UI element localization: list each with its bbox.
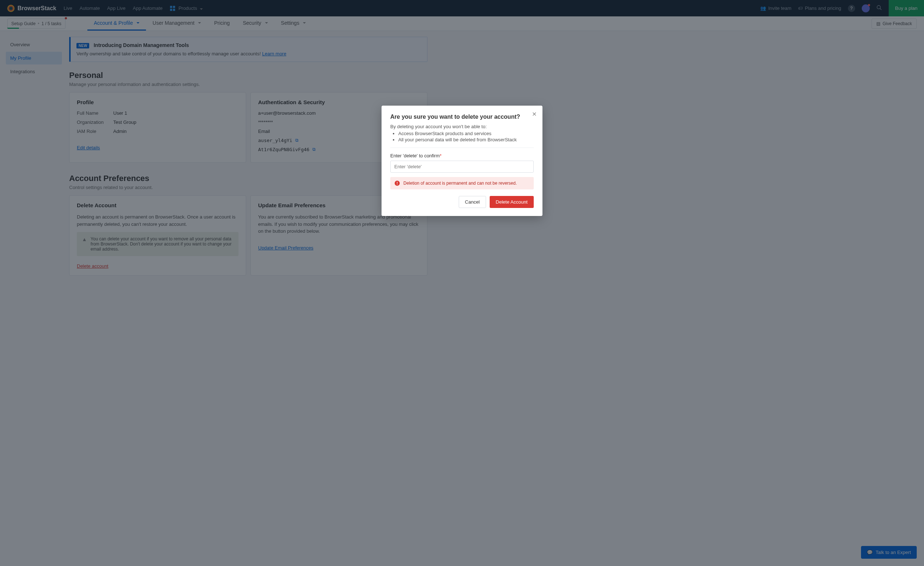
modal-close-icon[interactable]: ✕ xyxy=(532,111,537,118)
modal-bullet-2: All your personal data will be deleted f… xyxy=(398,137,534,143)
alert-icon: ! xyxy=(394,181,400,186)
modal-title: Are you sure you want to delete your acc… xyxy=(390,114,534,120)
modal-alert: ! Deletion of account is permanent and c… xyxy=(390,177,534,189)
cancel-button[interactable]: Cancel xyxy=(459,196,486,208)
modal-bullet-1: Access BrowserStack products and service… xyxy=(398,131,534,136)
modal-actions: Cancel Delete Account xyxy=(390,196,534,208)
modal-alert-text: Deletion of account is permanent and can… xyxy=(404,181,517,186)
modal-intro: By deleting your account you won't be ab… xyxy=(390,124,534,129)
delete-account-button[interactable]: Delete Account xyxy=(490,196,534,208)
delete-confirm-input[interactable] xyxy=(390,161,534,173)
modal-bullets: Access BrowserStack products and service… xyxy=(398,131,534,143)
modal-overlay: ✕ Are you sure you want to delete your a… xyxy=(0,0,924,301)
modal-divider xyxy=(390,147,534,148)
delete-account-modal: ✕ Are you sure you want to delete your a… xyxy=(381,106,543,216)
modal-confirm-label: Enter 'delete' to confirm* xyxy=(390,153,534,158)
required-asterisk: * xyxy=(440,153,442,158)
